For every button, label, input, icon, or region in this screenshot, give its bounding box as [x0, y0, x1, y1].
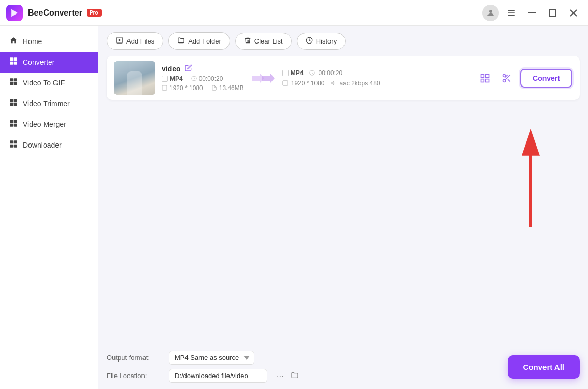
sidebar-item-video-trimmer[interactable]: Video Trimmer	[0, 93, 98, 114]
location-more-button[interactable]: ···	[275, 370, 285, 382]
video-to-gif-icon	[9, 78, 18, 88]
svg-rect-2	[508, 10, 515, 11]
file-list: video MP4	[98, 56, 588, 344]
output-resolution-value: 1920 * 1080	[291, 80, 325, 87]
file-source-meta2: 1920 * 1080 13.46MB	[162, 84, 244, 92]
sidebar-item-home[interactable]: Home	[0, 31, 98, 52]
svg-marker-0	[11, 9, 18, 17]
table-row: video MP4	[107, 56, 580, 100]
svg-rect-25	[10, 140, 13, 143]
output-format-field-label: Output format:	[107, 354, 164, 362]
sidebar-item-video-to-gif[interactable]: Video To GIF	[0, 73, 98, 93]
window-controls	[482, 5, 582, 21]
file-location-input[interactable]	[169, 369, 267, 383]
minimize-button[interactable]	[524, 5, 540, 21]
toolbar: Add Files Add Folder Clear List	[98, 26, 588, 56]
output-duration: 00:00:20	[309, 69, 342, 77]
add-files-label: Add Files	[126, 37, 154, 45]
convert-all-button[interactable]: Convert All	[508, 355, 580, 379]
video-merger-icon	[9, 119, 18, 129]
bottom-bar: Output format: MP4 Same as source File L…	[98, 344, 588, 389]
svg-point-45	[503, 79, 506, 82]
sidebar-downloader-label: Downloader	[23, 141, 62, 149]
source-duration: 00:00:20	[191, 75, 223, 82]
file-name: video	[162, 65, 181, 73]
svg-rect-15	[10, 82, 13, 85]
file-thumbnail	[114, 61, 155, 95]
video-trimmer-icon	[9, 98, 18, 109]
content-inner: Add Files Add Folder Clear List	[98, 26, 588, 344]
output-audio: aac 2kbps 480	[331, 80, 380, 87]
sidebar-home-label: Home	[23, 37, 42, 46]
thumbnail-image	[114, 61, 155, 95]
settings-action-button[interactable]	[477, 70, 493, 87]
source-resolution-value: 1920 * 1080	[169, 84, 203, 92]
sidebar: Home Converter Video To GIF Video Trimme…	[0, 26, 98, 389]
menu-button[interactable]	[503, 5, 520, 21]
titlebar: BeeConverter Pro	[0, 0, 588, 26]
output-format-label: MP4	[291, 69, 304, 77]
converter-icon	[9, 57, 18, 67]
add-files-icon	[116, 36, 123, 46]
svg-rect-4	[508, 15, 515, 16]
source-duration-value: 00:00:20	[199, 75, 223, 82]
svg-rect-13	[10, 78, 13, 81]
svg-point-44	[503, 74, 506, 77]
svg-rect-28	[14, 145, 17, 148]
sidebar-item-video-merger[interactable]: Video Merger	[0, 114, 98, 135]
file-location-row: File Location: ···	[107, 369, 508, 383]
location-browse-button[interactable]	[289, 370, 301, 382]
svg-rect-5	[528, 12, 536, 13]
app-logo	[6, 5, 23, 21]
location-actions: ···	[275, 370, 301, 382]
source-size-value: 13.46MB	[219, 84, 244, 92]
clear-list-label: Clear List	[254, 37, 283, 45]
conversion-arrow	[250, 73, 276, 84]
cut-action-button[interactable]	[498, 70, 515, 87]
source-format-badge: MP4	[162, 75, 183, 82]
svg-rect-16	[14, 82, 17, 85]
convert-all-label: Convert All	[523, 363, 564, 371]
history-button[interactable]: History	[297, 33, 346, 50]
svg-rect-26	[14, 140, 17, 143]
history-label: History	[316, 37, 337, 45]
source-format-checkbox	[162, 76, 168, 82]
content-area: Add Files Add Folder Clear List	[98, 26, 588, 389]
downloader-icon	[9, 140, 18, 150]
add-folder-icon	[177, 36, 185, 46]
svg-marker-36	[262, 74, 275, 83]
edit-icon[interactable]	[185, 64, 192, 73]
svg-rect-24	[14, 124, 17, 127]
output-format-checkbox	[282, 70, 289, 76]
clear-list-button[interactable]: Clear List	[235, 33, 292, 50]
svg-rect-42	[481, 79, 484, 82]
pro-badge: Pro	[87, 9, 102, 17]
svg-rect-14	[14, 78, 17, 81]
output-format-select[interactable]: MP4 Same as source	[169, 351, 254, 365]
svg-rect-38	[283, 81, 288, 85]
add-files-button[interactable]: Add Files	[107, 32, 163, 50]
source-size: 13.46MB	[211, 84, 244, 92]
add-folder-button[interactable]: Add Folder	[168, 32, 230, 50]
action-icons: Convert	[477, 69, 572, 88]
add-folder-label: Add Folder	[188, 37, 221, 45]
file-source-meta: MP4 00:00:20	[162, 75, 244, 82]
output-row2: 1920 * 1080 aac 2kbps 480	[282, 80, 386, 87]
user-avatar[interactable]	[482, 5, 499, 21]
sidebar-item-converter[interactable]: Converter	[0, 52, 98, 73]
close-button[interactable]	[565, 5, 582, 21]
sidebar-item-downloader[interactable]: Downloader	[0, 135, 98, 155]
svg-rect-19	[10, 103, 13, 106]
size-icon	[211, 85, 217, 92]
clock-icon	[191, 76, 197, 82]
svg-rect-23	[10, 124, 13, 127]
convert-button[interactable]: Convert	[520, 69, 572, 88]
svg-rect-40	[481, 74, 484, 77]
source-format-label: MP4	[170, 75, 183, 82]
resolution-icon	[162, 85, 167, 92]
sidebar-trimmer-label: Video Trimmer	[23, 99, 70, 108]
svg-rect-43	[486, 79, 489, 82]
file-output-info: MP4 00:00:20 1920 * 1080	[282, 69, 386, 87]
maximize-button[interactable]	[544, 5, 561, 21]
output-settings: Output format: MP4 Same as source File L…	[107, 351, 508, 383]
